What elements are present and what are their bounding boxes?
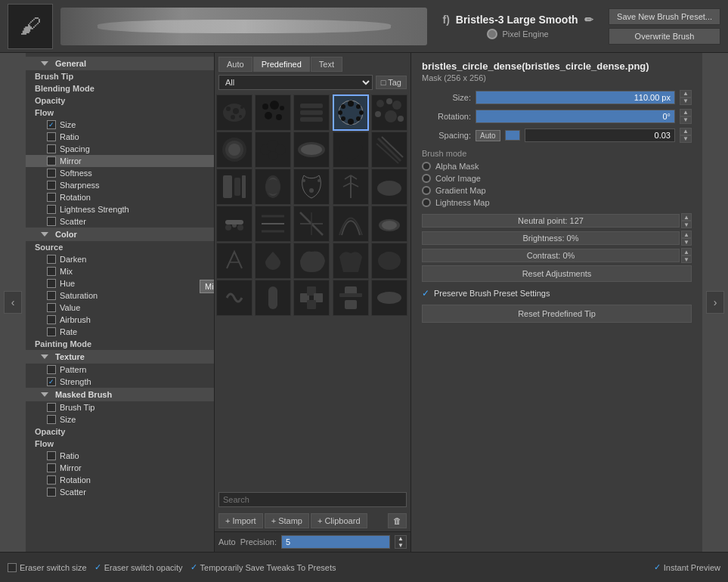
contrast-down[interactable]: ▼ <box>681 255 692 263</box>
rotation-down[interactable]: ▼ <box>680 116 692 124</box>
reset-adjustments-button[interactable]: Reset Adjustments <box>422 265 692 282</box>
item-painting-mode[interactable]: Painting Mode <box>26 338 214 350</box>
cb-saturation[interactable] <box>47 291 56 300</box>
trash-button[interactable]: 🗑 <box>388 513 407 528</box>
contrast-up[interactable]: ▲ <box>681 248 692 255</box>
brush-cell-1[interactable] <box>216 94 252 131</box>
import-button[interactable]: + Import <box>218 513 263 528</box>
cb-mirror[interactable] <box>47 156 56 166</box>
cb-airbrush[interactable] <box>47 315 56 324</box>
radio-gradient-map[interactable] <box>422 186 431 195</box>
brightness-down[interactable]: ▼ <box>681 238 692 246</box>
item-spacing[interactable]: Spacing <box>26 143 214 155</box>
brush-cell-6[interactable] <box>216 132 252 168</box>
section-texture[interactable]: Texture <box>26 350 214 364</box>
item-masked-flow[interactable]: Flow <box>26 438 214 450</box>
item-saturation[interactable]: Saturation <box>26 289 214 302</box>
brush-cell-15[interactable] <box>371 169 407 205</box>
edit-icon[interactable]: ✏ <box>584 14 593 26</box>
cb-softness[interactable] <box>47 169 56 178</box>
cb-darken[interactable] <box>47 255 56 264</box>
cb-masked-mirror[interactable] <box>47 463 56 472</box>
brush-cell-27[interactable] <box>255 280 291 316</box>
item-ratio[interactable]: Ratio <box>26 131 214 143</box>
brush-cell-17[interactable] <box>255 206 291 242</box>
item-masked-ratio[interactable]: Ratio <box>26 450 214 462</box>
brush-cell-2[interactable] <box>255 94 291 131</box>
brush-cell-7[interactable] <box>255 132 291 168</box>
eraser-size-item[interactable]: Eraser switch size <box>8 563 87 572</box>
rotation-up[interactable]: ▲ <box>680 109 692 116</box>
instant-preview-item[interactable]: ✓ Instant Preview <box>654 562 720 572</box>
cb-strength[interactable] <box>47 377 56 386</box>
tab-predefined[interactable]: Predefined <box>253 57 310 72</box>
item-darken[interactable]: Darken <box>26 253 214 265</box>
item-masked-mirror[interactable]: Mirror <box>26 462 214 474</box>
size-up[interactable]: ▲ <box>680 90 692 98</box>
item-scatter[interactable]: Scatter <box>26 215 214 228</box>
brush-cell-14[interactable] <box>333 169 369 205</box>
spacing-up[interactable]: ▲ <box>680 128 692 135</box>
cb-lightness-strength[interactable] <box>47 205 56 214</box>
item-brush-tip[interactable]: Brush Tip <box>26 70 214 82</box>
tab-auto[interactable]: Auto <box>218 57 252 72</box>
cb-masked-ratio[interactable] <box>47 451 56 460</box>
item-blending-mode[interactable]: Blending Mode <box>26 82 214 94</box>
brush-cell-28[interactable] <box>293 280 330 316</box>
brush-cell-22[interactable] <box>255 243 291 279</box>
brush-cell-4[interactable] <box>333 94 369 131</box>
mode-color-image[interactable]: Color Image <box>422 174 692 183</box>
search-input[interactable] <box>218 492 407 507</box>
item-masked-brush-tip[interactable]: Brush Tip <box>26 401 214 413</box>
stamp-button[interactable]: + Stamp <box>265 513 309 528</box>
size-input[interactable]: 110.00 px <box>476 91 675 104</box>
brush-cell-25[interactable] <box>371 243 407 279</box>
clipboard-button[interactable]: + Clipboard <box>311 513 367 528</box>
brush-cell-8[interactable] <box>293 132 330 168</box>
item-opacity[interactable]: Opacity <box>26 94 214 107</box>
brush-cell-24[interactable] <box>333 243 369 279</box>
brush-cell-20[interactable] <box>371 206 407 242</box>
item-value[interactable]: Value <box>26 302 214 314</box>
cb-pattern[interactable] <box>47 365 56 374</box>
spacing-input[interactable] <box>525 128 675 142</box>
brush-cell-9[interactable] <box>333 132 369 168</box>
radio-alpha-mask[interactable] <box>422 162 431 171</box>
brush-cell-16[interactable] <box>216 206 252 242</box>
brush-cell-26[interactable] <box>216 280 252 316</box>
section-general[interactable]: General <box>26 57 214 70</box>
reset-tip-button[interactable]: Reset Predefined Tip <box>422 305 692 323</box>
cb-value[interactable] <box>47 303 56 312</box>
item-size[interactable]: Size <box>26 119 214 131</box>
cb-masked-size[interactable] <box>47 415 56 424</box>
brush-cell-11[interactable] <box>216 169 252 205</box>
brightness-up[interactable]: ▲ <box>681 231 692 238</box>
brush-cell-10[interactable] <box>371 132 407 168</box>
brush-cell-3[interactable] <box>293 94 330 131</box>
item-mix[interactable]: Mix <box>26 265 214 277</box>
section-masked-brush[interactable]: Masked Brush <box>26 388 214 401</box>
cb-ratio[interactable] <box>47 132 56 141</box>
item-hue[interactable]: Hue <box>26 277 214 289</box>
item-lightness-strength[interactable]: Lightness Strength <box>26 203 214 215</box>
brush-cell-12[interactable] <box>255 169 291 205</box>
item-masked-scatter[interactable]: Scatter <box>26 486 214 498</box>
item-sharpness[interactable]: Sharpness <box>26 179 214 191</box>
brush-cell-21[interactable] <box>216 243 252 279</box>
cb-sharpness[interactable] <box>47 181 56 190</box>
spacing-down[interactable]: ▼ <box>680 135 692 143</box>
radio-lightness-map[interactable] <box>422 198 431 207</box>
item-rate[interactable]: Rate <box>26 326 214 338</box>
filter-select[interactable]: All <box>218 75 373 90</box>
item-mirror[interactable]: Mirror Mirror <box>26 155 214 167</box>
brush-cell-18[interactable] <box>293 206 330 242</box>
brush-cell-19[interactable] <box>333 206 369 242</box>
item-flow[interactable]: Flow <box>26 107 214 119</box>
eraser-opacity-item[interactable]: ✓ Eraser switch opacity <box>94 562 183 572</box>
brush-cell-29[interactable] <box>333 280 369 316</box>
tag-button[interactable]: □ Tag <box>376 76 407 89</box>
item-masked-opacity[interactable]: Opacity <box>26 426 214 438</box>
cb-size[interactable] <box>47 120 56 129</box>
brush-cell-13[interactable] <box>293 169 330 205</box>
item-source[interactable]: Source <box>26 241 214 253</box>
